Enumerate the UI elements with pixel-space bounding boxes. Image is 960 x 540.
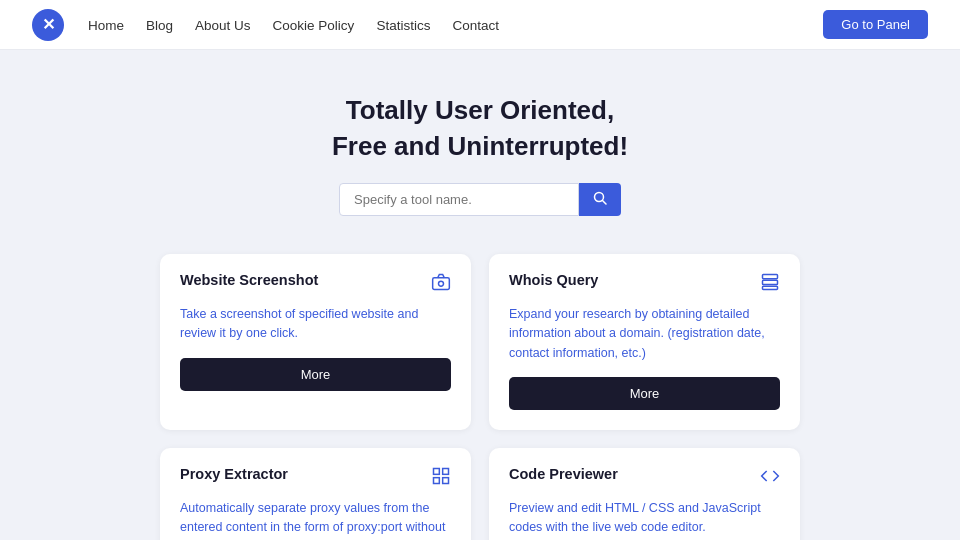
camera-icon xyxy=(431,272,451,297)
card-code-previewer: Code Previewer Preview and edit HTML / C… xyxy=(489,448,800,540)
nav-link-about-us[interactable]: About Us xyxy=(195,18,251,33)
card-desc-whois-query: Expand your research by obtaining detail… xyxy=(509,305,780,363)
go-to-panel-button[interactable]: Go to Panel xyxy=(823,10,928,39)
navbar-left: ✕ HomeBlogAbout UsCookie PolicyStatistic… xyxy=(32,9,499,41)
svg-point-3 xyxy=(439,281,444,286)
nav-link-cookie-policy[interactable]: Cookie Policy xyxy=(273,18,355,33)
svg-rect-2 xyxy=(433,278,450,290)
navbar: ✕ HomeBlogAbout UsCookie PolicyStatistic… xyxy=(0,0,960,50)
svg-rect-7 xyxy=(434,468,440,474)
svg-line-1 xyxy=(603,200,607,204)
svg-rect-6 xyxy=(763,286,778,289)
card-header-whois-query: Whois Query xyxy=(509,272,780,297)
card-title-code-previewer: Code Previewer xyxy=(509,466,618,482)
card-desc-proxy-extractor: Automatically separate proxy values from… xyxy=(180,499,451,540)
card-desc-code-previewer: Preview and edit HTML / CSS and JavaScri… xyxy=(509,499,780,538)
nav-link-home[interactable]: Home xyxy=(88,18,124,33)
card-title-website-screenshot: Website Screenshot xyxy=(180,272,318,288)
nav-link-blog[interactable]: Blog xyxy=(146,18,173,33)
card-website-screenshot: Website Screenshot Take a screenshot of … xyxy=(160,254,471,430)
code-icon xyxy=(760,466,780,491)
svg-rect-10 xyxy=(443,478,449,484)
hero-title: Totally User Oriented, Free and Uninterr… xyxy=(0,92,960,165)
nav-links: HomeBlogAbout UsCookie PolicyStatisticsC… xyxy=(88,16,499,34)
card-more-button-website-screenshot[interactable]: More xyxy=(180,358,451,391)
nav-link-contact[interactable]: Contact xyxy=(452,18,499,33)
card-more-button-whois-query[interactable]: More xyxy=(509,377,780,410)
card-title-proxy-extractor: Proxy Extractor xyxy=(180,466,288,482)
svg-rect-4 xyxy=(763,274,778,278)
card-proxy-extractor: Proxy Extractor Automatically separate p… xyxy=(160,448,471,540)
card-header-website-screenshot: Website Screenshot xyxy=(180,272,451,297)
logo-icon: ✕ xyxy=(32,9,64,41)
search-bar xyxy=(0,183,960,216)
grid-icon xyxy=(431,466,451,491)
cards-grid: Website Screenshot Take a screenshot of … xyxy=(0,254,960,540)
svg-rect-5 xyxy=(763,280,778,284)
card-header-code-previewer: Code Previewer xyxy=(509,466,780,491)
search-button[interactable] xyxy=(579,183,621,216)
card-title-whois-query: Whois Query xyxy=(509,272,598,288)
search-input[interactable] xyxy=(339,183,579,216)
card-whois-query: Whois Query Expand your research by obta… xyxy=(489,254,800,430)
svg-rect-8 xyxy=(443,468,449,474)
card-header-proxy-extractor: Proxy Extractor xyxy=(180,466,451,491)
card-desc-website-screenshot: Take a screenshot of specified website a… xyxy=(180,305,451,344)
database-icon xyxy=(760,272,780,297)
svg-rect-9 xyxy=(434,478,440,484)
nav-link-statistics[interactable]: Statistics xyxy=(376,18,430,33)
hero-section: Totally User Oriented, Free and Uninterr… xyxy=(0,50,960,244)
